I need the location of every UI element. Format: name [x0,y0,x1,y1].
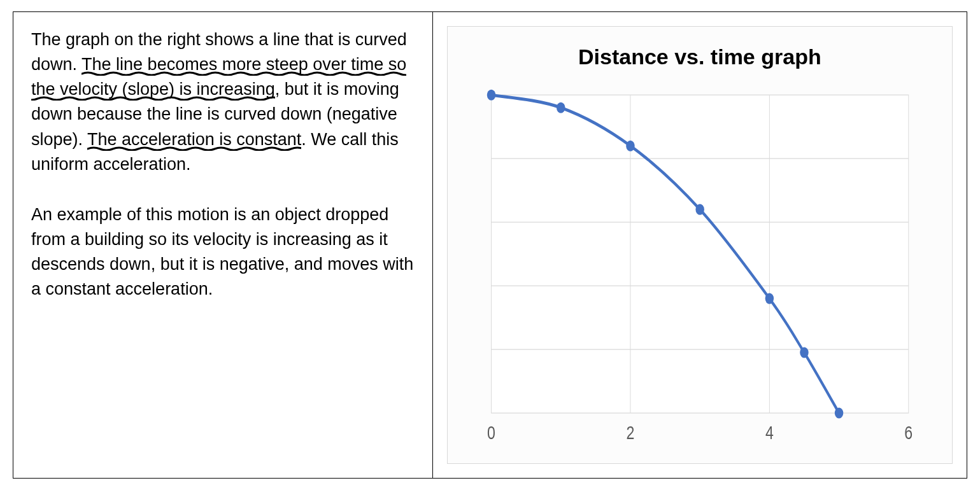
chart-cell: Distance vs. time graph 0246 [433,12,967,478]
p1-underline-2: The acceleration is constant [87,130,301,151]
svg-point-11 [765,293,773,304]
chart-svg: 0246 [467,87,933,452]
svg-point-12 [800,347,808,358]
svg-text:6: 6 [904,423,913,444]
svg-text:0: 0 [487,423,495,444]
svg-text:4: 4 [765,423,774,444]
two-column-row: The graph on the right shows a line that… [13,11,967,479]
svg-rect-0 [491,95,908,413]
svg-point-9 [626,141,634,151]
svg-text:2: 2 [626,423,634,444]
document-page: The graph on the right shows a line that… [0,0,980,490]
paragraph-1: The graph on the right shows a line that… [31,27,415,177]
text-cell: The graph on the right shows a line that… [13,12,433,478]
svg-point-10 [695,204,704,215]
svg-point-8 [557,102,565,113]
chart-title: Distance vs. time graph [467,45,933,69]
chart-container: Distance vs. time graph 0246 [447,26,953,464]
paragraph-2: An example of this motion is an object d… [31,202,415,302]
chart-plot-area: 0246 [467,87,933,452]
svg-point-13 [834,408,842,419]
svg-point-7 [486,90,495,101]
